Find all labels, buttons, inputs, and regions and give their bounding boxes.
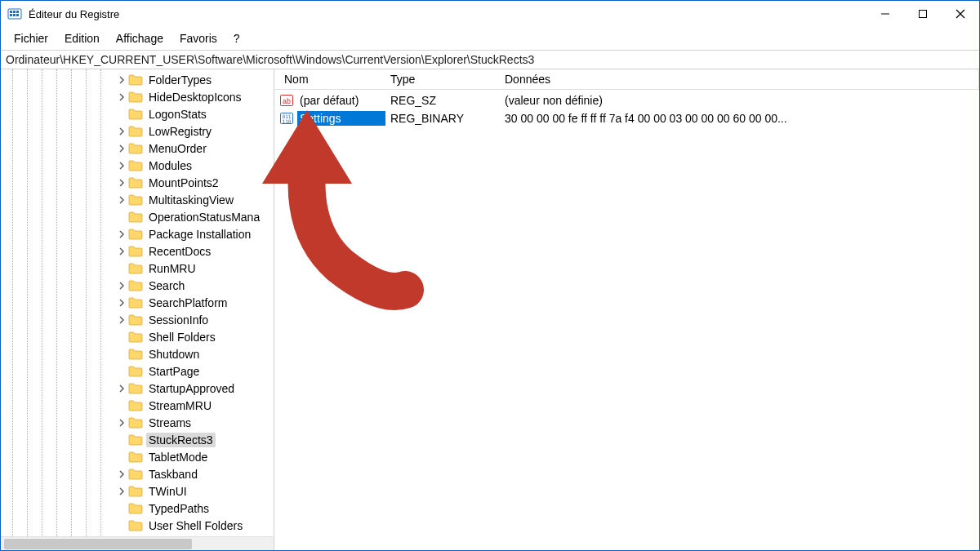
tree-item[interactable]: SessionInfo [1, 311, 274, 328]
value-type: REG_BINARY [385, 112, 500, 125]
menu-edit[interactable]: Edition [56, 29, 108, 48]
tree-item[interactable]: RecentDocs [1, 242, 274, 260]
close-button[interactable] [942, 1, 979, 27]
tree-item-label: StartPage [146, 364, 202, 379]
tree-item-label: MultitaskingView [146, 193, 236, 207]
values-pane: Nom Type Données ab(par défaut)REG_SZ(va… [274, 69, 979, 550]
value-row[interactable]: 011110SettingsREG_BINARY30 00 00 00 fe f… [274, 109, 979, 127]
svg-text:110: 110 [283, 118, 292, 124]
tree-item[interactable]: User Shell Folders [1, 517, 274, 534]
address-bar[interactable]: Ordinateur\HKEY_CURRENT_USER\Software\Mi… [1, 50, 979, 69]
column-header-name[interactable]: Nom [279, 69, 385, 89]
menu-view[interactable]: Affichage [108, 29, 172, 48]
maximize-button[interactable] [904, 1, 942, 27]
tree-item-label: TypedPaths [146, 501, 212, 516]
tree-item[interactable]: TabletMode [1, 448, 274, 465]
folder-icon [128, 382, 143, 394]
expander-icon[interactable] [117, 127, 127, 136]
expander-icon[interactable] [117, 315, 127, 325]
svg-text:ab: ab [283, 97, 291, 105]
values-list[interactable]: ab(par défaut)REG_SZ(valeur non définie)… [274, 90, 979, 550]
folder-icon [128, 262, 143, 274]
folder-icon [128, 519, 143, 531]
tree-item[interactable]: LogonStats [1, 105, 274, 122]
folder-icon [128, 468, 143, 480]
column-header-data[interactable]: Données [500, 69, 979, 89]
expander-icon[interactable] [117, 418, 127, 428]
tree-item-label: Streams [146, 415, 194, 430]
tree-item[interactable]: StartPage [1, 362, 274, 380]
folder-icon [128, 331, 143, 343]
tree-item[interactable]: Shell Folders [1, 328, 274, 345]
tree-item[interactable]: StuckRects3 [1, 431, 274, 448]
expander-icon[interactable] [117, 229, 127, 239]
tree-item[interactable]: LowRegistry [1, 122, 274, 140]
expander-icon[interactable] [117, 178, 127, 188]
tree-item[interactable]: Taskband [1, 465, 274, 482]
expander-icon[interactable] [117, 487, 127, 496]
svg-rect-2 [13, 11, 16, 13]
tree-item[interactable]: TypedPaths [1, 500, 274, 517]
tree-item[interactable]: TWinUI [1, 482, 274, 500]
main-split: FolderTypesHideDesktopIconsLogonStatsLow… [1, 69, 979, 550]
tree-horizontal-scrollbar[interactable] [1, 536, 274, 550]
expander-icon[interactable] [117, 247, 127, 256]
expander-icon[interactable] [117, 384, 127, 393]
titlebar: Éditeur du Registre [1, 1, 979, 27]
tree-item[interactable]: MenuOrder [1, 140, 274, 157]
tree-item[interactable]: Search [1, 277, 274, 294]
expander-icon[interactable] [117, 161, 127, 171]
expander-icon[interactable] [117, 144, 127, 153]
window-title: Éditeur du Registre [29, 8, 119, 20]
tree-item[interactable]: SearchPlatform [1, 294, 274, 311]
folder-icon [128, 211, 143, 223]
tree-scroll[interactable]: FolderTypesHideDesktopIconsLogonStatsLow… [1, 69, 274, 536]
tree-item-label: RunMRU [146, 261, 198, 276]
menu-favorites[interactable]: Favoris [172, 29, 225, 48]
string-value-icon: ab [279, 93, 294, 108]
tree-item-label: SessionInfo [146, 313, 211, 327]
tree-item[interactable]: OperationStatusMana [1, 208, 274, 225]
scrollbar-thumb[interactable] [4, 539, 192, 549]
expander-icon[interactable] [117, 75, 127, 85]
tree-pane: FolderTypesHideDesktopIconsLogonStatsLow… [1, 69, 274, 550]
expander-icon[interactable] [117, 92, 127, 102]
menu-file[interactable]: Fichier [6, 29, 56, 48]
value-row[interactable]: ab(par défaut)REG_SZ(valeur non définie) [274, 91, 979, 109]
minimize-button[interactable] [866, 1, 904, 27]
expander-icon[interactable] [117, 195, 127, 205]
tree-item-label: Package Installation [146, 227, 253, 242]
tree-item[interactable]: MountPoints2 [1, 174, 274, 191]
tree-item[interactable]: RunMRU [1, 260, 274, 277]
tree-item-label: LogonStats [146, 107, 209, 122]
tree-item-label: FolderTypes [146, 73, 214, 87]
folder-icon [128, 279, 143, 291]
tree-item[interactable]: MultitaskingView [1, 191, 274, 208]
folder-icon [128, 433, 143, 446]
tree-item[interactable]: FolderTypes [1, 71, 274, 88]
folder-icon [128, 296, 143, 309]
expander-icon[interactable] [117, 469, 127, 479]
folder-icon [128, 73, 143, 86]
menu-help[interactable]: ? [225, 29, 248, 48]
tree-item-label: StartupApproved [146, 381, 237, 396]
tree-item-label: MenuOrder [146, 141, 209, 156]
tree-item[interactable]: HideDesktopIcons [1, 88, 274, 105]
tree-item-label: StuckRects3 [146, 433, 216, 447]
tree-item[interactable]: Shutdown [1, 345, 274, 362]
svg-rect-8 [920, 11, 927, 18]
tree-item-label: TWinUI [146, 484, 189, 499]
expander-icon[interactable] [117, 298, 127, 308]
tree-item-label: SearchPlatform [146, 295, 229, 310]
address-path: Ordinateur\HKEY_CURRENT_USER\Software\Mi… [6, 53, 534, 66]
tree-item[interactable]: Streams [1, 414, 274, 431]
folder-icon [128, 108, 143, 120]
tree-item-label: StreamMRU [146, 398, 214, 413]
expander-icon[interactable] [117, 281, 127, 291]
tree-item[interactable]: StreamMRU [1, 397, 274, 414]
tree-item[interactable]: Modules [1, 157, 274, 174]
tree-item[interactable]: StartupApproved [1, 380, 274, 397]
column-header-type[interactable]: Type [385, 69, 500, 89]
tree-item[interactable]: Package Installation [1, 225, 274, 242]
folder-icon [128, 365, 143, 377]
